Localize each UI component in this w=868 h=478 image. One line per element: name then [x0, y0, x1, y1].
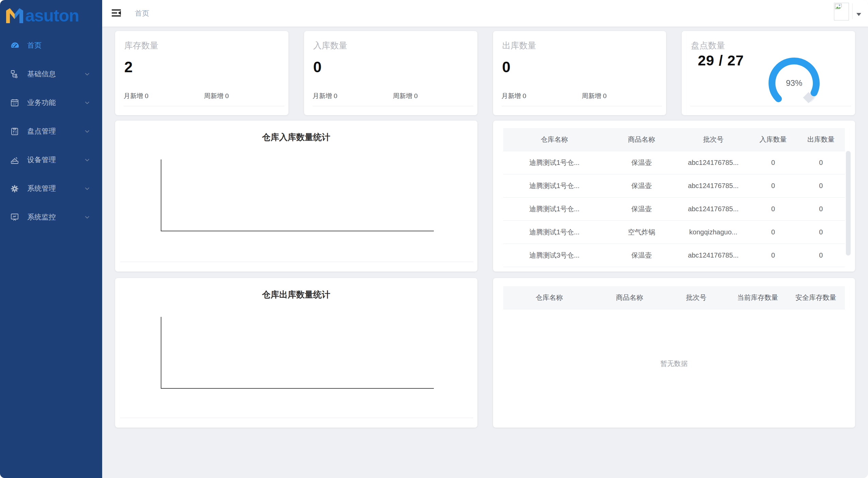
sidebar-item-basic-info[interactable]: 基础信息: [0, 60, 102, 88]
stat-footer: 月新增 0 周新增 0: [313, 92, 473, 106]
card-divider: [120, 418, 473, 418]
sidebar-item-stocktake[interactable]: 盘点管理: [0, 117, 102, 145]
table-header-row: 仓库名称 商品名称 批次号 入库数量 出库数量: [503, 128, 845, 151]
stat-footer: 月新增 0 周新增 0: [502, 92, 662, 106]
sidebar-item-business[interactable]: 业务功能: [0, 88, 102, 117]
card-divider: [120, 262, 473, 262]
cell-product: 保温壶: [606, 151, 678, 174]
stat-footer-label: 周新增: [204, 92, 223, 99]
stat-value: 2: [124, 59, 280, 76]
device-icon: [10, 155, 20, 165]
cell-product: 保温壶: [606, 198, 678, 221]
stat-footer-label: 周新增: [393, 92, 412, 99]
col-header: 安全库存数量: [787, 286, 845, 309]
sidebar-item-label: 系统管理: [27, 184, 84, 193]
stat-value: 0: [313, 59, 469, 76]
stat-footer-value: 0: [334, 92, 337, 99]
col-header: 仓库名称: [503, 128, 606, 151]
col-header: 商品名称: [595, 286, 664, 309]
gear-icon: [10, 184, 20, 193]
stat-footer-value: 0: [603, 92, 607, 99]
sidebar: asuton 首页: [0, 0, 102, 478]
top-header: 首页: [102, 0, 868, 27]
cell-inbound: 0: [749, 221, 797, 244]
table-header-row: 仓库名称 商品名称 批次号 当前库存数量 安全库存数量: [503, 286, 845, 309]
stat-footer-label: 周新增: [582, 92, 601, 99]
col-header: 仓库名称: [503, 286, 596, 309]
stat-footer-value: 0: [225, 92, 229, 99]
dashboard-icon: [10, 41, 20, 50]
col-header: 批次号: [664, 286, 729, 309]
cell-batch: abc124176785...: [677, 198, 749, 221]
cell-outbound: 0: [797, 198, 845, 221]
brand-text: asuton: [25, 6, 79, 26]
chart-title: 仓库出库数量统计: [115, 278, 477, 300]
table-row: 迪腾测试3号仓... 保温壶 abc124176785... 0 0: [503, 244, 845, 267]
chevron-down-icon: [84, 71, 91, 77]
sidebar-item-device[interactable]: 设备管理: [0, 145, 102, 174]
brand-logo: asuton: [0, 0, 102, 31]
cell-warehouse: 迪腾测试1号仓...: [503, 221, 606, 244]
stat-footer-label: 月新增: [124, 92, 143, 99]
chart-card-outbound: 仓库出库数量统计: [115, 278, 477, 428]
cell-product: 空气炸锅: [606, 221, 678, 244]
chevron-down-icon: [84, 156, 91, 163]
table-scrollbar[interactable]: [846, 151, 851, 256]
calendar-icon: [10, 98, 20, 107]
stats-row: 库存数量 2 月新增 0 周新增 0 入库数量 0 月新增 0 周新增 0 出库…: [115, 31, 855, 115]
dashboard-row-3: 仓库出库数量统计 仓库名称 商品名称 批次号 当前库存数量 安全库存数量: [115, 278, 855, 428]
cell-product: 保温壶: [606, 174, 678, 198]
cell-product: 保温壶: [606, 244, 678, 267]
chart-card-inbound: 仓库入库数量统计: [115, 121, 477, 272]
stat-title: 入库数量: [313, 40, 469, 51]
cell-warehouse: 迪腾测试3号仓...: [503, 244, 606, 267]
stat-card-inbound: 入库数量 0 月新增 0 周新增 0: [304, 31, 477, 115]
col-header: 当前库存数量: [729, 286, 787, 309]
chevron-down-icon: [84, 99, 91, 106]
col-header: 入库数量: [749, 128, 797, 151]
avatar[interactable]: [834, 3, 849, 20]
brand-m-icon: [5, 5, 25, 26]
dashboard-row-2: 仓库入库数量统计 仓库名称 商品名称 批次号 入库数量 出库数量: [115, 121, 855, 272]
user-dropdown-caret-icon[interactable]: [856, 13, 861, 16]
table-row: 迪腾测试1号仓... 保温壶 abc124176785... 0 0: [503, 174, 845, 198]
header-divider: [852, 3, 853, 19]
sidebar-item-monitor[interactable]: 系统监控: [0, 203, 102, 231]
cell-warehouse: 迪腾测试1号仓...: [503, 174, 606, 198]
sidebar-menu: 首页 基础信息: [0, 31, 102, 231]
broken-image-icon: [835, 4, 842, 10]
cell-batch: abc124176785...: [677, 151, 749, 174]
cell-inbound: 0: [749, 174, 797, 198]
chevron-down-icon: [84, 185, 91, 192]
cell-warehouse: 迪腾测试1号仓...: [503, 151, 606, 174]
chevron-down-icon: [84, 128, 91, 135]
breadcrumb[interactable]: 首页: [135, 0, 149, 27]
cell-inbound: 0: [749, 198, 797, 221]
chart-title: 仓库入库数量统计: [115, 121, 477, 143]
stat-title: 出库数量: [502, 40, 658, 51]
cell-batch: abc124176785...: [677, 174, 749, 198]
stat-title: 盘点数量: [691, 40, 847, 51]
table-card-inout: 仓库名称 商品名称 批次号 入库数量 出库数量 迪腾测试1号仓... 保温壶 a…: [493, 121, 855, 272]
stat-footer-value: 0: [523, 92, 526, 99]
stat-footer-label: 月新增: [502, 92, 521, 99]
stat-card-stocktake: 盘点数量 29 / 27 93%: [682, 31, 855, 115]
monitor-icon: [10, 212, 20, 222]
inbound-chart-plot: [161, 159, 434, 231]
col-header: 批次号: [677, 128, 749, 151]
sidebar-fold-icon[interactable]: [112, 9, 121, 17]
sidebar-item-home[interactable]: 首页: [0, 31, 102, 60]
stat-footer-value: 0: [145, 92, 148, 99]
cell-inbound: 0: [749, 244, 797, 267]
sidebar-item-label: 盘点管理: [27, 126, 84, 136]
col-header: 商品名称: [606, 128, 678, 151]
table-row: 迪腾测试1号仓... 保温壶 abc124176785... 0 0: [503, 151, 845, 174]
sidebar-item-system[interactable]: 系统管理: [0, 174, 102, 203]
table-row: 迪腾测试1号仓... 保温壶 abc124176785... 0 0: [503, 198, 845, 221]
cell-outbound: 0: [797, 151, 845, 174]
cell-outbound: 0: [797, 244, 845, 267]
stat-footer: [690, 101, 851, 106]
cell-outbound: 0: [797, 174, 845, 198]
cell-inbound: 0: [749, 151, 797, 174]
sidebar-item-label: 系统监控: [27, 212, 84, 222]
